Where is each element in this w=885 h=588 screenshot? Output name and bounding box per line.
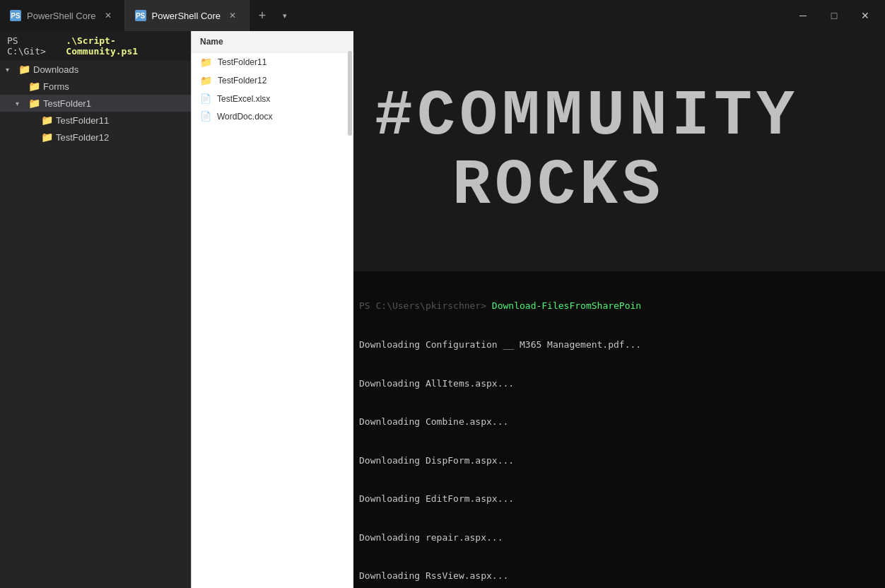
minimize-button[interactable]: ─ (789, 4, 817, 27)
tab-2-close[interactable]: ✕ (226, 9, 239, 22)
terminal-command-text: Download-FilesFromSharePoin (492, 300, 641, 311)
testfolder1-folder-icon: 📁 (28, 98, 40, 109)
detail-xlsx-label: TestExcel.xlsx (217, 94, 270, 104)
forms-label: Forms (43, 81, 69, 92)
tabs-container: PS PowerShell Core ✕ PS PowerShell Core … (0, 0, 783, 31)
tab-2[interactable]: PS PowerShell Core ✕ (125, 0, 250, 31)
detail-folder12-label: TestFolder12 (218, 76, 266, 86)
detail-docx-label: WordDoc.docx (217, 112, 272, 122)
top-prompt: PS C:\Git> (7, 35, 66, 57)
detail-scroll[interactable]: 📁 TestFolder11 📁 TestFolder12 📄 TestExce… (192, 53, 353, 588)
testfolder1-label: TestFolder1 (43, 98, 91, 109)
tab-1-icon: PS (10, 10, 21, 21)
tab-2-icon: PS (135, 10, 146, 21)
tab-1[interactable]: PS PowerShell Core ✕ (0, 0, 125, 31)
detail-folder12-icon: 📁 (200, 75, 212, 86)
forms-folder-icon: 📁 (28, 81, 40, 92)
terminal-line-3: Downloading DispForm.aspx... (359, 454, 879, 467)
titlebar: PS PowerShell Core ✕ PS PowerShell Core … (0, 0, 885, 31)
detail-row-testfolder11[interactable]: 📁 TestFolder11 (192, 53, 353, 71)
tree-item-testfolder12[interactable]: 📁 TestFolder12 (0, 129, 191, 146)
tab-1-close[interactable]: ✕ (102, 9, 115, 22)
tab-1-label: PowerShell Core (27, 11, 96, 21)
tab-dropdown-button[interactable]: ▾ (275, 0, 295, 31)
detail-xlsx-icon: 📄 (200, 93, 211, 104)
terminal-line-0: Downloading Configuration __ M365 Manage… (359, 339, 879, 351)
detail-folder11-icon: 📁 (200, 57, 212, 68)
detail-folder11-label: TestFolder11 (218, 57, 266, 67)
tree-item-testfolder11[interactable]: 📁 TestFolder11 (0, 112, 191, 129)
testfolder12-label: TestFolder12 (56, 132, 109, 143)
tab-2-label: PowerShell Core (152, 11, 221, 21)
downloads-chevron: ▾ (6, 66, 16, 74)
tree-item-downloads[interactable]: ▾ 📁 Downloads (0, 61, 191, 78)
downloads-label: Downloads (33, 64, 78, 75)
terminal-line-1: Downloading AllItems.aspx... (359, 377, 879, 390)
terminal-line-6: Downloading RssView.aspx... (359, 570, 879, 582)
file-tree-panel: PS C:\Git> .\Script-Community.ps1 ▾ 📁 Do… (0, 31, 191, 588)
terminal-output[interactable]: PS C:\Users\pkirschner> Download-FilesFr… (353, 271, 885, 588)
testfolder12-folder-icon: 📁 (41, 131, 53, 143)
new-tab-button[interactable]: + (250, 0, 275, 31)
terminal-line-4: Downloading EditForm.aspx... (359, 493, 879, 505)
terminal-panel: #COMMUNITY ROCKS PS C:\Users\pkirschner>… (353, 31, 885, 588)
testfolder1-chevron: ▾ (16, 100, 25, 107)
testfolder11-folder-icon: 📁 (41, 114, 53, 126)
detail-scrollbar[interactable] (348, 51, 352, 136)
tree-item-forms[interactable]: 📁 Forms (0, 78, 191, 95)
graphic-line1: #COMMUNITY (375, 85, 799, 148)
detail-row-testfolder12[interactable]: 📁 TestFolder12 (192, 71, 353, 90)
graphic-line2: ROCKS (375, 154, 799, 218)
close-button[interactable]: ✕ (851, 4, 879, 27)
detail-row-worddoc[interactable]: 📄 WordDoc.docx (192, 107, 353, 125)
graphic-area: #COMMUNITY ROCKS (353, 31, 885, 271)
main-area: PS C:\Git> .\Script-Community.ps1 ▾ 📁 Do… (0, 31, 885, 588)
terminal-separator-line: PS C:\Users\pkirschner> Download-FilesFr… (359, 300, 879, 312)
testfolder11-label: TestFolder11 (56, 115, 109, 126)
detail-header: Name (192, 31, 353, 53)
detail-docx-icon: 📄 (200, 111, 211, 122)
detail-panel: Name 📁 TestFolder11 📁 TestFolder12 📄 Tes… (191, 31, 353, 588)
detail-row-testexcel[interactable]: 📄 TestExcel.xlsx (192, 90, 353, 107)
downloads-folder-icon: 📁 (18, 64, 30, 75)
big-text-container: #COMMUNITY ROCKS (375, 85, 799, 218)
maximize-button[interactable]: □ (820, 4, 848, 27)
terminal-line-2: Downloading Combine.aspx... (359, 416, 879, 428)
terminal-line-5: Downloading repair.aspx... (359, 531, 879, 544)
window-controls: ─ □ ✕ (783, 4, 885, 27)
tree-item-testfolder1[interactable]: ▾ 📁 TestFolder1 (0, 95, 191, 112)
top-command: .\Script-Community.ps1 (66, 35, 184, 57)
